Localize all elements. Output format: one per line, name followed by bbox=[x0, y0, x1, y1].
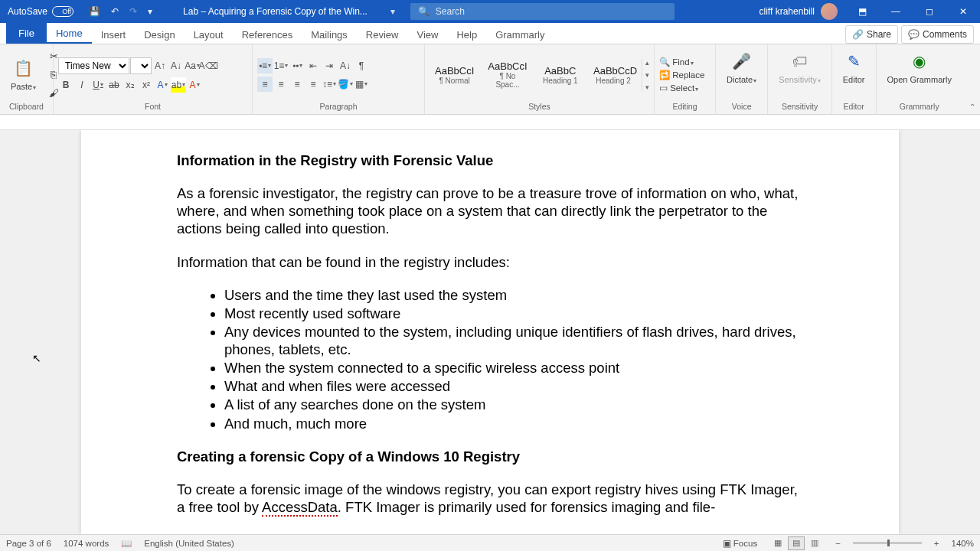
borders-icon[interactable]: ▦ bbox=[354, 77, 369, 92]
tab-mailings[interactable]: Mailings bbox=[302, 24, 357, 44]
bullets-icon[interactable]: ⦁≡ bbox=[257, 58, 273, 73]
proofing-icon[interactable]: 📖 bbox=[121, 538, 132, 549]
text-effects-icon[interactable]: A bbox=[155, 77, 170, 93]
show-marks-icon[interactable]: ¶ bbox=[354, 58, 369, 73]
tab-grammarly[interactable]: Grammarly bbox=[486, 24, 554, 44]
tab-review[interactable]: Review bbox=[357, 24, 408, 44]
highlight-icon[interactable]: ab bbox=[171, 77, 186, 93]
change-case-icon[interactable]: Aa bbox=[185, 58, 200, 73]
styles-gallery[interactable]: AaBbCcI¶ NormalAaBbCcI¶ No Spac...AaBbCH… bbox=[430, 47, 649, 102]
sensitivity-icon: 🏷 bbox=[789, 51, 811, 72]
align-left-icon[interactable]: ≡ bbox=[257, 77, 273, 92]
tab-file[interactable]: File bbox=[6, 23, 47, 44]
focus-mode-button[interactable]: ▣ Focus bbox=[723, 538, 758, 549]
superscript-button[interactable]: x² bbox=[139, 77, 154, 93]
editor-button[interactable]: ✎ Editor bbox=[837, 47, 871, 87]
grammarly-icon: ◉ bbox=[909, 51, 930, 72]
find-button[interactable]: 🔍 Find bbox=[659, 57, 694, 67]
multilevel-icon[interactable]: ⦁⦁ bbox=[289, 58, 305, 73]
style-tile[interactable]: AaBbCcI¶ No Spac... bbox=[482, 58, 532, 91]
font-color-icon[interactable]: A bbox=[187, 77, 202, 93]
tab-references[interactable]: References bbox=[233, 24, 302, 44]
align-right-icon[interactable]: ≡ bbox=[289, 77, 305, 92]
undo-icon[interactable]: ↶ bbox=[111, 6, 119, 17]
editor-icon: ✎ bbox=[843, 51, 864, 72]
minimize-icon[interactable]: — bbox=[879, 0, 913, 23]
styles-more-up-icon[interactable]: ▴ bbox=[645, 59, 649, 67]
title-bar: AutoSave Off 💾 ↶ ↷ ▾ Lab – Acquiring a F… bbox=[0, 0, 980, 23]
font-size-combo[interactable]: 12 bbox=[130, 57, 152, 74]
document-scroll-area[interactable]: ↖ Information in the Registry with Foren… bbox=[0, 130, 980, 534]
maximize-icon[interactable]: ◻ bbox=[913, 0, 946, 23]
ribbon-display-icon[interactable]: ⬒ bbox=[845, 0, 879, 23]
status-bar: Page 3 of 6 1074 words 📖 English (United… bbox=[0, 534, 980, 551]
zoom-in-icon[interactable]: + bbox=[934, 539, 939, 548]
shrink-font-icon[interactable]: A↓ bbox=[168, 58, 184, 73]
group-sensitivity-label: Sensitivity bbox=[773, 102, 827, 112]
dictate-button[interactable]: 🎤 Dictate bbox=[720, 47, 763, 88]
replace-button[interactable]: 🔁 Replace bbox=[659, 70, 704, 80]
styles-expand-icon[interactable]: ▾ bbox=[645, 83, 649, 91]
underline-button[interactable]: U bbox=[90, 77, 106, 93]
tab-help[interactable]: Help bbox=[447, 24, 486, 44]
subscript-button[interactable]: x₂ bbox=[122, 77, 138, 93]
tab-view[interactable]: View bbox=[407, 24, 447, 44]
strike-button[interactable]: ab bbox=[106, 77, 122, 93]
zoom-level[interactable]: 140% bbox=[952, 539, 974, 548]
italic-button[interactable]: I bbox=[74, 77, 90, 93]
tab-design[interactable]: Design bbox=[135, 24, 184, 44]
spelling-error[interactable]: AccessData bbox=[262, 499, 338, 517]
styles-more-down-icon[interactable]: ▾ bbox=[645, 71, 649, 79]
search-input[interactable] bbox=[436, 6, 667, 17]
group-editing-label: Editing bbox=[659, 102, 710, 112]
numbering-icon[interactable]: 1≡ bbox=[273, 58, 289, 73]
search-box[interactable]: 🔍 bbox=[410, 3, 675, 20]
sort-icon[interactable]: A↓ bbox=[338, 58, 353, 73]
justify-icon[interactable]: ≡ bbox=[305, 77, 321, 92]
style-tile[interactable]: AaBbCcDHeading 2 bbox=[588, 63, 639, 87]
group-font-label: Font bbox=[58, 102, 247, 112]
paste-button[interactable]: 📋 Paste bbox=[5, 54, 42, 95]
group-grammarly-label: Grammarly bbox=[881, 102, 958, 112]
horizontal-ruler[interactable] bbox=[0, 115, 980, 130]
tab-layout[interactable]: Layout bbox=[185, 24, 233, 44]
decrease-indent-icon[interactable]: ⇤ bbox=[305, 58, 321, 73]
tab-insert[interactable]: Insert bbox=[92, 24, 136, 44]
bullet-list: Users and the time they last used the sy… bbox=[177, 286, 803, 432]
line-spacing-icon[interactable]: ↕≡ bbox=[322, 77, 337, 92]
collapse-ribbon-icon[interactable]: ⌃ bbox=[969, 103, 975, 111]
language-status[interactable]: English (United States) bbox=[144, 539, 234, 548]
shading-icon[interactable]: 🪣 bbox=[338, 77, 353, 92]
bold-button[interactable]: B bbox=[58, 77, 74, 93]
share-button[interactable]: 🔗 Share bbox=[845, 25, 898, 44]
search-icon: 🔍 bbox=[418, 6, 430, 17]
customize-qat-icon[interactable]: ▾ bbox=[148, 6, 152, 17]
page-count[interactable]: Page 3 of 6 bbox=[6, 539, 51, 548]
align-center-icon[interactable]: ≡ bbox=[273, 77, 289, 92]
print-layout-icon[interactable]: ▤ bbox=[788, 536, 805, 550]
open-grammarly-button[interactable]: ◉ Open Grammarly bbox=[881, 47, 958, 87]
user-account[interactable]: cliff krahenbill bbox=[752, 3, 845, 20]
grow-font-icon[interactable]: A↑ bbox=[152, 58, 168, 73]
close-icon[interactable]: ✕ bbox=[946, 0, 980, 23]
document-page[interactable]: Information in the Registry with Forensi… bbox=[81, 130, 899, 534]
web-layout-icon[interactable]: ▥ bbox=[806, 536, 823, 550]
increase-indent-icon[interactable]: ⇥ bbox=[322, 58, 337, 73]
font-name-combo[interactable]: Times New Rom bbox=[58, 57, 129, 74]
style-tile[interactable]: AaBbCcI¶ Normal bbox=[430, 63, 479, 87]
zoom-slider[interactable] bbox=[853, 542, 922, 544]
title-dropdown-icon[interactable]: ▾ bbox=[390, 6, 410, 17]
comments-button[interactable]: 💬 Comments bbox=[901, 25, 974, 44]
autosave-toggle[interactable]: AutoSave Off bbox=[0, 6, 81, 17]
word-count[interactable]: 1074 words bbox=[64, 539, 109, 548]
redo-icon[interactable]: ↷ bbox=[129, 6, 137, 17]
mouse-cursor-icon: ↖ bbox=[32, 352, 41, 364]
read-mode-icon[interactable]: ▦ bbox=[769, 536, 786, 550]
clear-format-icon[interactable]: A⌫ bbox=[201, 58, 216, 73]
zoom-out-icon[interactable]: − bbox=[835, 539, 841, 548]
style-tile[interactable]: AaBbCHeading 1 bbox=[536, 63, 585, 87]
select-button[interactable]: ▭ Select bbox=[659, 83, 698, 93]
save-icon[interactable]: 💾 bbox=[89, 6, 100, 17]
sensitivity-button[interactable]: 🏷 Sensitivity bbox=[773, 47, 827, 88]
tab-home[interactable]: Home bbox=[47, 23, 92, 44]
